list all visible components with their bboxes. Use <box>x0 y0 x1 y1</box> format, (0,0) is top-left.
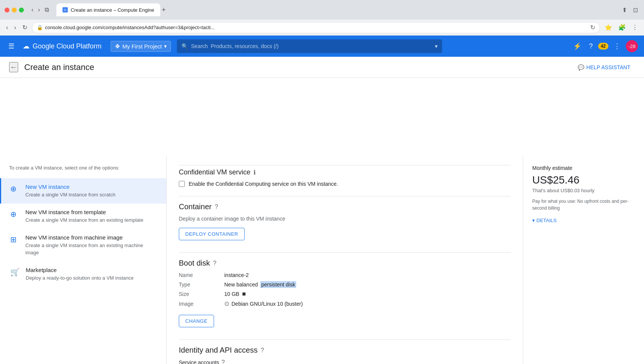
url-text: console.cloud.google.com/compute/instanc… <box>45 25 588 30</box>
gcp-logo: ☁ Google Cloud Platform <box>23 42 102 50</box>
sidebar-item-marketplace[interactable]: 🛒 Marketplace Deploy a ready-to-go solut… <box>0 261 166 287</box>
confidential-vm-title-text: Confidential VM service <box>179 168 250 176</box>
confidential-vm-title: Confidential VM service ℹ <box>179 168 511 176</box>
boot-disk-section: Boot disk ? Name instance-2 Type New bal… <box>179 259 511 327</box>
boot-disk-image-text: Debian GNU/Linux 10 (buster) <box>231 301 303 307</box>
close-button[interactable] <box>5 8 9 12</box>
debian-icon: ⊙ <box>224 300 229 307</box>
pricing-note: Pay for what you use: No upfront costs a… <box>532 198 635 212</box>
extensions-button[interactable]: ⊡ <box>631 5 639 15</box>
page-back-button[interactable]: ← <box>9 62 18 72</box>
pricing-details-label: DETAILS <box>536 218 556 223</box>
share-button[interactable]: ⬆ <box>621 5 628 15</box>
new-tab-button[interactable]: + <box>162 6 166 14</box>
project-selector[interactable]: ❖ My First Project ▾ <box>111 41 171 52</box>
minimize-button[interactable] <box>12 8 17 12</box>
nav-buttons: ‹ › ⧉ <box>30 5 50 15</box>
tab-favicon: G <box>63 7 68 12</box>
sidebar-item-marketplace-content: Marketplace Deploy a ready-to-go solutio… <box>26 267 157 282</box>
confidential-vm-checkbox[interactable] <box>179 181 185 187</box>
page-title: Create an instance <box>24 62 94 72</box>
notification-badge[interactable]: 42 <box>598 43 608 50</box>
boot-disk-title-text: Boot disk <box>179 259 210 268</box>
gcp-logo-icon: ☁ <box>23 42 30 50</box>
menu-dots-button[interactable]: ⋮ <box>630 22 639 33</box>
container-title-text: Container <box>179 202 212 211</box>
new-vm-icon: ⊕ <box>10 184 19 193</box>
gcp-logo-text: Google Cloud Platform <box>33 42 102 50</box>
deploy-container-button[interactable]: DEPLOY CONTAINER <box>179 228 245 240</box>
change-boot-disk-button[interactable]: CHANGE <box>179 315 214 327</box>
cloud-shell-button[interactable]: ⚡ <box>571 40 584 53</box>
confidential-vm-checkbox-label: Enable the Confidential Computing servic… <box>189 181 338 187</box>
boot-disk-name-value: instance-2 <box>224 272 249 278</box>
confidential-vm-help-icon[interactable]: ℹ <box>253 169 256 176</box>
identity-help-icon[interactable]: ? <box>261 347 264 354</box>
sidebar-item-new-vm-template[interactable]: ⊕ New VM instance from template Create a… <box>0 204 166 229</box>
boot-disk-name-row: Name instance-2 <box>179 272 511 278</box>
boot-disk-type-row: Type New balanced persistent disk <box>179 281 511 288</box>
url-back-button[interactable]: ‹ <box>5 23 9 33</box>
sidebar-item-template-desc: Create a single VM instance from an exis… <box>25 217 157 224</box>
marketplace-icon: 🛒 <box>10 268 20 277</box>
sidebar-instruction: To create a VM instance, select one of t… <box>0 165 166 178</box>
boot-disk-size-row: Size 10 GB <box>179 291 511 297</box>
hamburger-menu-button[interactable]: ☰ <box>6 40 17 53</box>
pricing-details-link[interactable]: ▾ DETAILS <box>532 218 635 223</box>
boot-disk-size-text: 10 GB <box>224 291 239 297</box>
cursor-indicator <box>242 292 245 296</box>
sidebar-item-machine-image[interactable]: ⊞ New VM instance from machine image Cre… <box>0 229 166 261</box>
url-bar[interactable]: 🔒 console.cloud.google.com/compute/insta… <box>32 22 600 33</box>
container-section: Container ? Deploy a container image to … <box>179 202 511 240</box>
pricing-title: Monthly estimate <box>532 165 635 171</box>
boot-disk-help-icon[interactable]: ? <box>213 260 216 267</box>
boot-disk-type-highlighted: persistent disk <box>260 281 296 288</box>
bookmark-button[interactable]: ⭐ <box>603 22 614 33</box>
maximize-button[interactable] <box>19 8 24 12</box>
identity-section-header: Identity and API access ? <box>179 346 511 355</box>
boot-disk-size-label: Size <box>179 291 224 297</box>
pricing-panel: Monthly estimate US$25.46 That's about U… <box>523 156 644 364</box>
avatar[interactable]: -28 <box>626 40 638 52</box>
service-accounts-help-icon[interactable]: ? <box>222 359 225 364</box>
tab-label: Create an instance – Compute Engine <box>71 7 154 13</box>
extensions-icon[interactable]: 🧩 <box>617 22 627 33</box>
pricing-amount: US$25.46 <box>532 174 635 186</box>
forward-nav-button[interactable]: › <box>36 5 41 15</box>
browser-chrome: ‹ › ⧉ G Create an instance – Compute Eng… <box>0 0 644 20</box>
boot-disk-name-label: Name <box>179 272 224 278</box>
sidebar-item-machine-desc: Create a single VM instance from an exis… <box>25 242 157 256</box>
sidebar: To create a VM instance, select one of t… <box>0 156 167 364</box>
boot-disk-table: Name instance-2 Type New balanced persis… <box>179 272 511 307</box>
lock-icon: 🔒 <box>37 25 43 30</box>
help-assistant-button[interactable]: 💬 HELP ASSISTANT <box>573 62 635 73</box>
reload-button[interactable]: ↻ <box>21 22 29 33</box>
divider-3 <box>179 339 511 340</box>
active-tab[interactable]: G Create an instance – Compute Engine <box>56 3 160 16</box>
sidebar-item-new-vm[interactable]: ⊕ New VM instance Create a single VM ins… <box>0 178 166 204</box>
tab-bar: G Create an instance – Compute Engine + <box>56 3 614 16</box>
url-bar-row: ‹ › ↻ 🔒 console.cloud.google.com/compute… <box>0 20 644 36</box>
container-section-header: Container ? <box>179 202 511 211</box>
sidebar-item-machine-title: New VM instance from machine image <box>25 234 157 241</box>
url-forward-button[interactable]: › <box>13 23 17 33</box>
chevron-down-pricing-icon: ▾ <box>532 218 535 223</box>
search-input[interactable] <box>191 43 432 49</box>
gcp-nav: ☰ ☁ Google Cloud Platform ❖ My First Pro… <box>0 36 644 57</box>
container-help-icon[interactable]: ? <box>215 204 218 210</box>
tab-overview-button[interactable]: ⧉ <box>43 5 50 15</box>
help-button[interactable]: ? <box>587 40 595 53</box>
browser-actions: ⬆ ⊡ <box>621 5 639 15</box>
more-options-button[interactable]: ⋮ <box>611 40 623 53</box>
container-description: Deploy a container image to this VM inst… <box>179 216 511 222</box>
confidential-vm-checkbox-row: Enable the Confidential Computing servic… <box>179 181 511 187</box>
help-assistant-label: HELP ASSISTANT <box>586 64 630 70</box>
boot-disk-size-value: 10 GB <box>224 291 245 297</box>
boot-disk-type-label: Type <box>179 282 224 288</box>
search-bar[interactable]: 🔍 ▾ <box>177 39 442 53</box>
sidebar-item-new-vm-content: New VM instance Create a single VM insta… <box>25 184 157 198</box>
back-nav-button[interactable]: ‹ <box>30 5 35 15</box>
nav-icons: ⚡ ? 42 ⋮ -28 <box>571 40 638 53</box>
page-header: ← Create an instance 💬 HELP ASSISTANT <box>0 57 644 78</box>
confidential-vm-section: Confidential VM service ℹ Enable the Con… <box>179 165 511 187</box>
